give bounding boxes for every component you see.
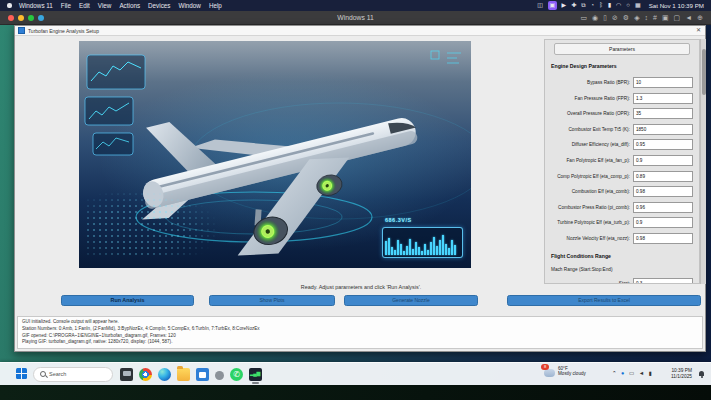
scrollbar-thumb[interactable] — [702, 49, 706, 95]
menubar-menu-item[interactable]: Edit — [79, 2, 90, 9]
console-output: GUI initialized. Console output will app… — [17, 316, 703, 349]
onedrive-icon[interactable]: ● — [621, 370, 624, 376]
notifications-bell-icon[interactable] — [699, 371, 704, 376]
parameter-label: Turbine Polytropic Eff (eta_turb_p): — [551, 220, 630, 225]
parameter-row: Overall Pressure Ratio (OPR): 35 — [551, 108, 693, 119]
parameter-row: Diffuser Efficiency (eta_diff): 0.95 — [551, 139, 693, 150]
weather-widget[interactable]: 8 60°F Mostly cloudy — [544, 365, 586, 377]
battery-icon[interactable]: ▭ — [580, 14, 587, 22]
play-icon[interactable]: ▶ — [562, 1, 567, 10]
windows-taskbar: Search 8 60°F Mostly cloudy ⌃●▭◄▮ 10:39 … — [0, 362, 711, 385]
mobile-device-icon[interactable]: ▯ — [603, 14, 607, 22]
turbofan-app-window: Turbofan Engine Analysis Setup ✕ — [14, 25, 706, 352]
more-settings-icon[interactable]: ⊕ — [697, 14, 703, 22]
close-icon[interactable]: ✕ — [696, 27, 701, 34]
parameter-input[interactable]: 1850 — [633, 124, 693, 135]
menubar-menu-item[interactable]: Windows 11 — [19, 2, 53, 9]
menubar-menu-item[interactable]: Window — [178, 2, 200, 9]
parameters-panel: Parameters Engine Design Parameters Bypa… — [544, 39, 700, 284]
record-icon[interactable]: ◉ — [592, 14, 598, 22]
hud-bar — [409, 239, 411, 255]
parameter-label: Fan Pressure Ratio (FPR): — [551, 96, 630, 101]
vm-toolbar: ▭◉▯⊘⚙◈↕#▣▢◄⊕ — [580, 14, 703, 22]
parameter-input[interactable]: 0.98 — [633, 186, 693, 197]
apple-logo-icon[interactable] — [7, 3, 12, 8]
status-text: Ready. Adjust parameters and click 'Run … — [15, 284, 707, 290]
parameter-input[interactable]: 0.98 — [633, 233, 693, 244]
parameter-input[interactable]: 0.9 — [633, 217, 693, 228]
velocity-readout: 686.3V/S — [385, 217, 412, 223]
keyboard-icon[interactable]: # — [653, 14, 657, 22]
taskbar-search[interactable]: Search — [33, 367, 113, 382]
hidden-icons-chevron[interactable]: ⌃ — [612, 370, 617, 376]
engine-analysis-app-icon[interactable] — [249, 368, 262, 381]
spotlight-search-icon[interactable]: ○ — [626, 1, 630, 10]
display-icon[interactable]: ▢ — [674, 14, 681, 22]
chrome-app-icon[interactable] — [139, 368, 152, 381]
settings-gear-icon[interactable]: ⚙ — [623, 14, 629, 22]
hud-bar — [454, 245, 456, 255]
screen-sharing-icon[interactable]: ▣ — [548, 1, 557, 10]
taskbar-clock[interactable]: 10:39 PM 11/1/2025 — [652, 368, 692, 380]
battery-icon[interactable]: ▮ — [608, 1, 611, 10]
mach-range-label: Mach Range (Start:Stop:End) — [551, 267, 693, 272]
menubar-menu-item[interactable]: View — [98, 2, 112, 9]
taskview-app-icon[interactable] — [120, 368, 133, 381]
parameter-input[interactable]: 0.95 — [633, 139, 693, 150]
hud-bar — [388, 238, 390, 255]
hud-bar — [451, 240, 453, 255]
wifi-icon[interactable]: ◠ — [616, 1, 621, 10]
weather-condition: Mostly cloudy — [558, 371, 586, 376]
parameter-row: Combustor Press Ratio (pi_comb): 0.96 — [551, 202, 693, 213]
volume-icon[interactable]: ◄ — [639, 370, 644, 376]
console-line: GUI initialized. Console output will app… — [22, 319, 698, 326]
menubar-menu-item[interactable]: File — [61, 2, 71, 9]
parameter-row: Combustion Eff (eta_comb): 0.98 — [551, 186, 693, 197]
windows-stack-icon[interactable]: ⧉ — [581, 1, 585, 10]
parameter-input[interactable]: 0.96 — [633, 202, 693, 213]
hud-bar — [430, 242, 432, 255]
parameter-input[interactable]: 0.9 — [633, 155, 693, 166]
resize-icon[interactable]: ↕ — [645, 14, 649, 22]
camera-icon[interactable]: ▣ — [662, 14, 669, 22]
usb-disabled-icon[interactable]: ⊘ — [612, 14, 618, 22]
whatsapp-app-icon[interactable] — [230, 368, 243, 381]
tray-app-icon[interactable] — [215, 371, 224, 380]
show-plots-button[interactable]: Show Plots — [209, 295, 335, 306]
file-explorer-app-icon[interactable] — [177, 368, 190, 381]
sound-icon[interactable]: ◄ — [685, 14, 692, 22]
store-app-icon[interactable] — [196, 368, 209, 381]
bluetooth-icon[interactable]: ᛒ — [599, 1, 603, 10]
vm-titlebar: Windows 11 ▭◉▯⊘⚙◈↕#▣▢◄⊕ — [0, 11, 711, 25]
start-button[interactable] — [16, 368, 27, 379]
menubar-menu-item[interactable]: Help — [209, 2, 222, 9]
generate-nozzle-button[interactable]: Generate Nozzle — [344, 295, 478, 306]
export-results-button[interactable]: Export Results to Excel — [507, 295, 701, 306]
control-center-icon[interactable]: ▦ — [635, 1, 641, 10]
hud-bar — [412, 249, 414, 255]
section-engine-design: Engine Design Parameters — [551, 63, 693, 69]
display-mirroring-icon[interactable]: ◫ — [537, 1, 543, 10]
hud-bar — [391, 247, 393, 255]
plus-icon[interactable]: ✚ — [571, 1, 576, 10]
parameter-row: Comp Polytropic Eff (eta_comp_p): 0.89 — [551, 171, 693, 182]
time-machine-icon[interactable]: ◔ — [591, 1, 595, 10]
display-tray-icon[interactable]: ▭ — [629, 370, 634, 376]
hud-bar — [406, 246, 408, 255]
notification-badge: 8 — [541, 364, 549, 370]
run-analysis-button[interactable]: Run Analysis — [61, 295, 194, 306]
edge-app-icon[interactable] — [158, 368, 171, 381]
parameter-input[interactable]: 10 — [633, 77, 693, 88]
engine-visualization: 686.3V/S — [79, 41, 471, 268]
parameter-input[interactable]: 0.89 — [633, 171, 693, 182]
panel-scrollbar[interactable] — [700, 39, 706, 284]
tab-parameters[interactable]: Parameters — [554, 43, 690, 55]
menubar-clock[interactable]: Sat Nov 1 10:39 PM — [649, 2, 704, 9]
parameter-label: Overall Pressure Ratio (OPR): — [551, 111, 630, 116]
menubar-menu-item[interactable]: Devices — [148, 2, 170, 9]
menubar-menu-item[interactable]: Actions — [119, 2, 140, 9]
parameter-input[interactable]: 35 — [633, 108, 693, 119]
snapshot-icon[interactable]: ◈ — [634, 14, 639, 22]
parameter-input[interactable]: 1.3 — [633, 93, 693, 104]
app-titlebar[interactable]: Turbofan Engine Analysis Setup ✕ — [15, 26, 705, 36]
